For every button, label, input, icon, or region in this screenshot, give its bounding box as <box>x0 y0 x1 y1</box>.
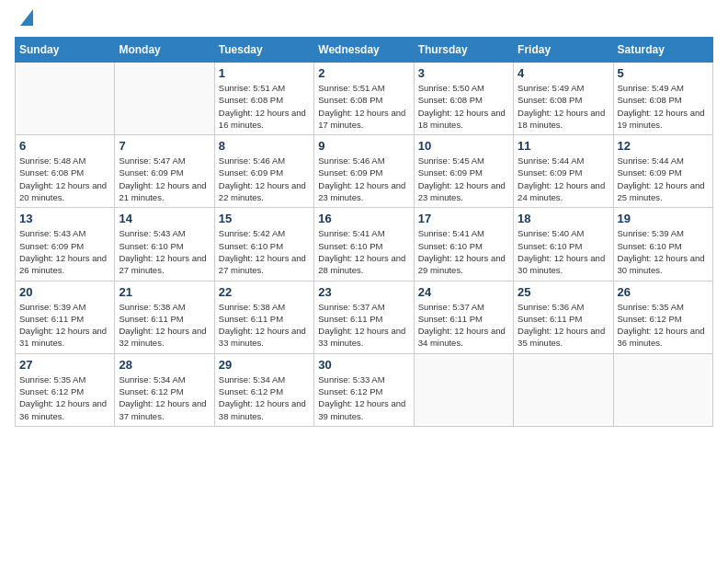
day-number: 25 <box>518 285 609 299</box>
day-info: Sunrise: 5:43 AM Sunset: 6:09 PM Dayligh… <box>19 227 110 276</box>
calendar-cell: 10Sunrise: 5:45 AM Sunset: 6:09 PM Dayli… <box>414 135 513 208</box>
calendar-cell: 14Sunrise: 5:43 AM Sunset: 6:10 PM Dayli… <box>115 208 214 281</box>
weekday-header: Sunday <box>16 38 115 63</box>
weekday-header: Wednesday <box>314 38 414 63</box>
day-info: Sunrise: 5:37 AM Sunset: 6:11 PM Dayligh… <box>418 301 509 350</box>
weekday-header: Monday <box>115 38 214 63</box>
day-info: Sunrise: 5:46 AM Sunset: 6:09 PM Dayligh… <box>318 155 409 203</box>
day-number: 19 <box>618 212 709 225</box>
calendar-cell: 29Sunrise: 5:34 AM Sunset: 6:12 PM Dayli… <box>214 353 313 426</box>
day-number: 5 <box>618 66 709 80</box>
day-info: Sunrise: 5:35 AM Sunset: 6:12 PM Dayligh… <box>618 301 709 350</box>
day-number: 6 <box>19 139 110 153</box>
day-number: 13 <box>19 212 110 225</box>
calendar-cell <box>514 353 613 426</box>
calendar-cell: 9Sunrise: 5:46 AM Sunset: 6:09 PM Daylig… <box>314 135 414 208</box>
weekday-header: Tuesday <box>214 38 313 63</box>
calendar-cell <box>115 63 214 135</box>
day-info: Sunrise: 5:47 AM Sunset: 6:09 PM Dayligh… <box>119 155 210 203</box>
calendar-cell <box>414 353 513 426</box>
weekday-header: Friday <box>514 38 613 63</box>
day-info: Sunrise: 5:43 AM Sunset: 6:10 PM Dayligh… <box>119 227 210 276</box>
day-info: Sunrise: 5:44 AM Sunset: 6:09 PM Dayligh… <box>618 155 709 203</box>
calendar-cell: 2Sunrise: 5:51 AM Sunset: 6:08 PM Daylig… <box>314 63 414 135</box>
day-number: 29 <box>219 358 310 372</box>
day-number: 9 <box>318 139 409 153</box>
weekday-header: Thursday <box>414 38 513 63</box>
calendar-header-row: SundayMondayTuesdayWednesdayThursdayFrid… <box>16 38 713 63</box>
calendar-cell: 24Sunrise: 5:37 AM Sunset: 6:11 PM Dayli… <box>414 281 513 353</box>
calendar-cell: 7Sunrise: 5:47 AM Sunset: 6:09 PM Daylig… <box>115 135 214 208</box>
calendar-cell: 19Sunrise: 5:39 AM Sunset: 6:10 PM Dayli… <box>613 208 712 281</box>
calendar-cell: 13Sunrise: 5:43 AM Sunset: 6:09 PM Dayli… <box>16 208 115 281</box>
calendar-cell: 11Sunrise: 5:44 AM Sunset: 6:09 PM Dayli… <box>514 135 613 208</box>
day-info: Sunrise: 5:35 AM Sunset: 6:12 PM Dayligh… <box>19 373 110 422</box>
calendar-body: 1Sunrise: 5:51 AM Sunset: 6:08 PM Daylig… <box>16 63 713 427</box>
day-number: 2 <box>318 66 409 80</box>
day-info: Sunrise: 5:39 AM Sunset: 6:10 PM Dayligh… <box>618 227 709 276</box>
logo-triangle-icon <box>17 9 33 26</box>
day-number: 27 <box>19 358 110 372</box>
calendar-week-row: 27Sunrise: 5:35 AM Sunset: 6:12 PM Dayli… <box>16 353 713 426</box>
calendar-cell: 4Sunrise: 5:49 AM Sunset: 6:08 PM Daylig… <box>514 63 613 135</box>
calendar-cell: 22Sunrise: 5:38 AM Sunset: 6:11 PM Dayli… <box>214 281 313 353</box>
calendar-cell: 17Sunrise: 5:41 AM Sunset: 6:10 PM Dayli… <box>414 208 513 281</box>
day-number: 14 <box>119 212 210 225</box>
day-number: 16 <box>318 212 409 225</box>
calendar-table: SundayMondayTuesdayWednesdayThursdayFrid… <box>15 37 713 427</box>
calendar-cell: 12Sunrise: 5:44 AM Sunset: 6:09 PM Dayli… <box>613 135 712 208</box>
calendar-cell: 28Sunrise: 5:34 AM Sunset: 6:12 PM Dayli… <box>115 353 214 426</box>
weekday-header: Saturday <box>613 38 712 63</box>
day-number: 7 <box>119 139 210 153</box>
calendar-cell: 18Sunrise: 5:40 AM Sunset: 6:10 PM Dayli… <box>514 208 613 281</box>
day-info: Sunrise: 5:36 AM Sunset: 6:11 PM Dayligh… <box>518 301 609 350</box>
calendar-cell: 3Sunrise: 5:50 AM Sunset: 6:08 PM Daylig… <box>414 63 513 135</box>
day-number: 8 <box>219 139 310 153</box>
calendar-cell: 21Sunrise: 5:38 AM Sunset: 6:11 PM Dayli… <box>115 281 214 353</box>
calendar-cell: 1Sunrise: 5:51 AM Sunset: 6:08 PM Daylig… <box>214 63 313 135</box>
day-info: Sunrise: 5:51 AM Sunset: 6:08 PM Dayligh… <box>318 82 409 131</box>
day-number: 4 <box>518 66 609 80</box>
day-info: Sunrise: 5:38 AM Sunset: 6:11 PM Dayligh… <box>219 301 310 350</box>
day-info: Sunrise: 5:46 AM Sunset: 6:09 PM Dayligh… <box>219 155 310 203</box>
day-number: 17 <box>418 212 509 225</box>
day-info: Sunrise: 5:51 AM Sunset: 6:08 PM Dayligh… <box>219 82 310 131</box>
day-info: Sunrise: 5:34 AM Sunset: 6:12 PM Dayligh… <box>219 373 310 422</box>
day-info: Sunrise: 5:42 AM Sunset: 6:10 PM Dayligh… <box>219 227 310 276</box>
calendar-cell: 23Sunrise: 5:37 AM Sunset: 6:11 PM Dayli… <box>314 281 414 353</box>
day-number: 18 <box>518 212 609 225</box>
day-info: Sunrise: 5:39 AM Sunset: 6:11 PM Dayligh… <box>19 301 110 350</box>
calendar-week-row: 20Sunrise: 5:39 AM Sunset: 6:11 PM Dayli… <box>16 281 713 353</box>
calendar-cell: 20Sunrise: 5:39 AM Sunset: 6:11 PM Dayli… <box>16 281 115 353</box>
day-info: Sunrise: 5:34 AM Sunset: 6:12 PM Dayligh… <box>119 373 210 422</box>
day-number: 28 <box>119 358 210 372</box>
day-number: 11 <box>518 139 609 153</box>
day-number: 23 <box>318 285 409 299</box>
day-info: Sunrise: 5:33 AM Sunset: 6:12 PM Dayligh… <box>318 373 409 422</box>
day-number: 10 <box>418 139 509 153</box>
day-info: Sunrise: 5:45 AM Sunset: 6:09 PM Dayligh… <box>418 155 509 203</box>
page-header <box>15 15 713 26</box>
logo <box>15 15 33 26</box>
day-info: Sunrise: 5:50 AM Sunset: 6:08 PM Dayligh… <box>418 82 509 131</box>
day-info: Sunrise: 5:49 AM Sunset: 6:08 PM Dayligh… <box>618 82 709 131</box>
day-number: 22 <box>219 285 310 299</box>
day-number: 20 <box>19 285 110 299</box>
day-info: Sunrise: 5:44 AM Sunset: 6:09 PM Dayligh… <box>518 155 609 203</box>
day-number: 12 <box>618 139 709 153</box>
day-info: Sunrise: 5:41 AM Sunset: 6:10 PM Dayligh… <box>318 227 409 276</box>
svg-marker-0 <box>20 9 33 26</box>
day-info: Sunrise: 5:48 AM Sunset: 6:08 PM Dayligh… <box>19 155 110 203</box>
day-info: Sunrise: 5:37 AM Sunset: 6:11 PM Dayligh… <box>318 301 409 350</box>
calendar-cell: 5Sunrise: 5:49 AM Sunset: 6:08 PM Daylig… <box>613 63 712 135</box>
day-info: Sunrise: 5:40 AM Sunset: 6:10 PM Dayligh… <box>518 227 609 276</box>
calendar-cell: 26Sunrise: 5:35 AM Sunset: 6:12 PM Dayli… <box>613 281 712 353</box>
day-number: 3 <box>418 66 509 80</box>
calendar-cell: 16Sunrise: 5:41 AM Sunset: 6:10 PM Dayli… <box>314 208 414 281</box>
day-number: 1 <box>219 66 310 80</box>
calendar-cell: 27Sunrise: 5:35 AM Sunset: 6:12 PM Dayli… <box>16 353 115 426</box>
day-number: 30 <box>318 358 409 372</box>
calendar-cell: 15Sunrise: 5:42 AM Sunset: 6:10 PM Dayli… <box>214 208 313 281</box>
calendar-week-row: 13Sunrise: 5:43 AM Sunset: 6:09 PM Dayli… <box>16 208 713 281</box>
calendar-cell: 6Sunrise: 5:48 AM Sunset: 6:08 PM Daylig… <box>16 135 115 208</box>
